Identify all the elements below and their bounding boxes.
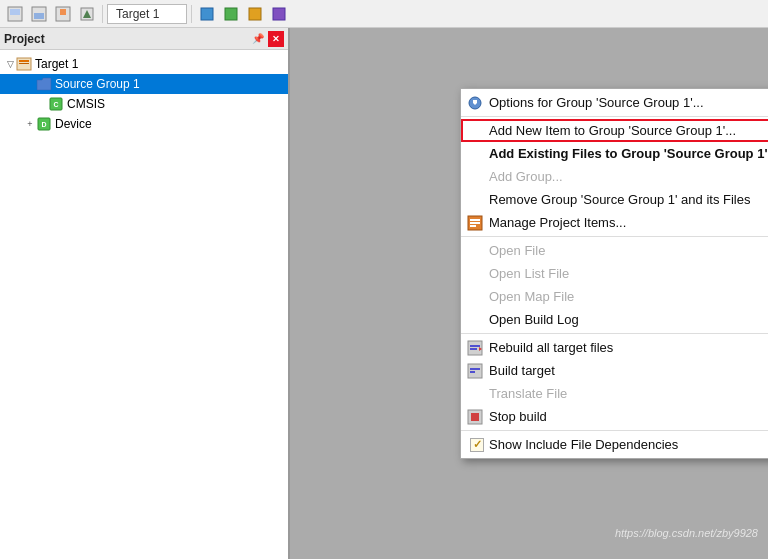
menu-add-group-label: Add Group...: [489, 169, 563, 184]
stop-icon: [465, 407, 485, 427]
svg-rect-29: [470, 368, 480, 370]
menu-stop-build-label: Stop build: [489, 409, 547, 424]
toolbar: Target 1: [0, 0, 768, 28]
device-label: Device: [55, 117, 92, 131]
folder-icon: [36, 76, 52, 92]
menu-item-stop-build[interactable]: Stop build: [461, 405, 768, 428]
project-tree: ▽ Target 1 Source Grou: [0, 50, 288, 138]
menu-build-label: Build target: [489, 363, 555, 378]
target-icon: [16, 56, 32, 72]
svg-text:D: D: [41, 121, 46, 128]
manage-icon: [465, 213, 485, 233]
menu-item-show-include[interactable]: ✓ Show Include File Dependencies: [461, 433, 768, 456]
svg-rect-23: [470, 225, 476, 227]
menu-remove-group-label: Remove Group 'Source Group 1' and its Fi…: [489, 192, 750, 207]
svg-rect-22: [470, 222, 480, 224]
toolbar-icon-7[interactable]: [244, 3, 266, 25]
svg-text:C: C: [53, 101, 58, 108]
toolbar-sep-2: [191, 5, 192, 23]
menu-item-options[interactable]: Options for Group 'Source Group 1'... Al…: [461, 91, 768, 114]
main-area: Project 📌 ✕ ▽ Target 1: [0, 28, 768, 559]
menu-show-include-label: Show Include File Dependencies: [489, 437, 678, 452]
toolbar-target-title[interactable]: Target 1: [107, 4, 187, 24]
target-label: Target 1: [35, 57, 78, 71]
menu-add-new-label: Add New Item to Group 'Source Group 1'..…: [489, 123, 736, 138]
svg-rect-5: [60, 9, 66, 15]
menu-rebuild-label: Rebuild all target files: [489, 340, 613, 355]
menu-item-add-existing[interactable]: Add Existing Files to Group 'Source Grou…: [461, 142, 768, 165]
menu-sep-1: [461, 116, 768, 117]
tree-item-target[interactable]: ▽ Target 1: [0, 54, 288, 74]
svg-rect-25: [470, 345, 480, 347]
menu-item-build[interactable]: Build target F7: [461, 359, 768, 382]
svg-rect-30: [470, 371, 475, 373]
rebuild-icon: [465, 338, 485, 358]
toolbar-icon-3[interactable]: [52, 3, 74, 25]
tree-item-device[interactable]: + D Device: [0, 114, 288, 134]
panel-close-button[interactable]: ✕: [268, 31, 284, 47]
svg-rect-21: [470, 219, 480, 221]
panel-titlebar: Project 📌 ✕: [0, 28, 288, 50]
options-icon: [465, 93, 485, 113]
expand-icon: [36, 98, 48, 110]
expand-icon: [24, 78, 36, 90]
menu-item-open-list: Open List File: [461, 262, 768, 285]
toolbar-sep-1: [102, 5, 103, 23]
context-menu: Options for Group 'Source Group 1'... Al…: [460, 88, 768, 459]
menu-open-list-label: Open List File: [489, 266, 569, 281]
menu-sep-3: [461, 333, 768, 334]
watermark: https://blog.csdn.net/zby9928: [615, 527, 758, 539]
svg-rect-32: [471, 413, 479, 421]
toolbar-icon-2[interactable]: [28, 3, 50, 25]
menu-sep-2: [461, 236, 768, 237]
panel-title: Project: [4, 32, 45, 46]
tree-item-cmsis[interactable]: C CMSIS: [0, 94, 288, 114]
svg-rect-26: [470, 348, 477, 350]
menu-item-open-build-log[interactable]: Open Build Log: [461, 308, 768, 331]
menu-options-label: Options for Group 'Source Group 1'...: [489, 95, 704, 110]
menu-add-existing-label: Add Existing Files to Group 'Source Grou…: [489, 146, 768, 161]
cmsis-label: CMSIS: [67, 97, 105, 111]
menu-manage-label: Manage Project Items...: [489, 215, 626, 230]
expand-icon: +: [24, 118, 36, 130]
checkbox-checked-icon: ✓: [465, 435, 485, 455]
menu-open-build-log-label: Open Build Log: [489, 312, 579, 327]
menu-open-file-label: Open File: [489, 243, 545, 258]
svg-rect-13: [19, 60, 29, 62]
source-group-label: Source Group 1: [55, 77, 140, 91]
toolbar-icon-5[interactable]: [196, 3, 218, 25]
menu-item-open-file: Open File: [461, 239, 768, 262]
menu-options-shortcut: Alt+F7: [756, 96, 768, 110]
panel-pin-button[interactable]: 📌: [250, 31, 266, 47]
menu-item-add-group: Add Group...: [461, 165, 768, 188]
svg-rect-9: [225, 8, 237, 20]
menu-item-rebuild[interactable]: Rebuild all target files: [461, 336, 768, 359]
toolbar-icon-1[interactable]: [4, 3, 26, 25]
menu-item-translate: Translate File: [461, 382, 768, 405]
project-panel: Project 📌 ✕ ▽ Target 1: [0, 28, 290, 559]
menu-item-open-map: Open Map File: [461, 285, 768, 308]
toolbar-icon-8[interactable]: [268, 3, 290, 25]
svg-rect-11: [273, 8, 285, 20]
tree-item-source-group[interactable]: Source Group 1: [0, 74, 288, 94]
svg-rect-3: [34, 13, 44, 19]
menu-item-remove-group[interactable]: Remove Group 'Source Group 1' and its Fi…: [461, 188, 768, 211]
svg-rect-1: [10, 9, 20, 15]
right-area: Options for Group 'Source Group 1'... Al…: [290, 28, 768, 559]
expand-icon: ▽: [4, 58, 16, 70]
menu-item-add-new[interactable]: Add New Item to Group 'Source Group 1'..…: [461, 119, 768, 142]
build-icon: [465, 361, 485, 381]
panel-titlebar-icons: 📌 ✕: [250, 31, 284, 47]
toolbar-icon-6[interactable]: [220, 3, 242, 25]
menu-translate-label: Translate File: [489, 386, 567, 401]
device-icon: D: [36, 116, 52, 132]
menu-sep-4: [461, 430, 768, 431]
toolbar-icon-4[interactable]: [76, 3, 98, 25]
cmsis-icon: C: [48, 96, 64, 112]
svg-rect-8: [201, 8, 213, 20]
menu-item-manage[interactable]: Manage Project Items...: [461, 211, 768, 234]
svg-rect-10: [249, 8, 261, 20]
svg-rect-14: [19, 63, 29, 64]
menu-open-map-label: Open Map File: [489, 289, 574, 304]
